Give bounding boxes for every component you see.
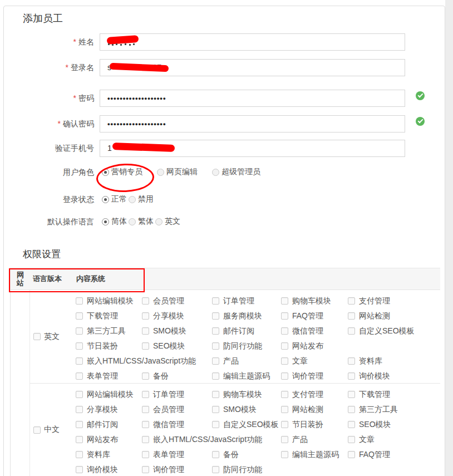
- default-language-option-2[interactable]: 英文: [155, 217, 180, 227]
- permission-checkbox[interactable]: 网站检测: [348, 311, 440, 321]
- permission-checkbox[interactable]: 询价管理: [142, 465, 212, 475]
- permission-label: 嵌入HTML/CSS/JavaScript功能: [153, 435, 262, 445]
- login-status-option-0[interactable]: 正常: [102, 194, 127, 204]
- default-language-option-1[interactable]: 繁体: [129, 217, 154, 227]
- permission-checkbox[interactable]: 产品: [281, 435, 348, 445]
- permission-checkbox[interactable]: 编辑主题源码: [212, 371, 281, 381]
- permission-label: 购物车模块: [292, 296, 331, 306]
- module-grid-line: 节日装扮SEO模块防同行功能网站发布: [76, 338, 440, 354]
- permission-checkbox[interactable]: 产品: [212, 356, 281, 366]
- checkbox-icon: [212, 357, 219, 365]
- login-status-option-1[interactable]: 禁用: [129, 194, 154, 204]
- permission-checkbox[interactable]: 下载管理: [76, 311, 142, 321]
- permission-checkbox[interactable]: 防同行功能: [212, 465, 281, 475]
- permission-checkbox[interactable]: 节日装扮: [281, 420, 348, 430]
- permission-checkbox[interactable]: 编辑主题源码: [281, 450, 348, 460]
- permission-checkbox[interactable]: 备份: [142, 371, 212, 381]
- permission-checkbox[interactable]: 嵌入HTML/CSS/JavaScript功能: [142, 435, 281, 445]
- permission-checkbox[interactable]: 询价模块: [348, 371, 440, 381]
- permission-checkbox[interactable]: 网站检测: [281, 405, 348, 415]
- permission-checkbox[interactable]: 微信管理: [281, 326, 348, 336]
- permission-checkbox[interactable]: 节日装扮: [76, 341, 142, 351]
- permission-checkbox[interactable]: 购物车模块: [281, 296, 348, 306]
- permission-checkbox[interactable]: 邮件订阅: [76, 420, 142, 430]
- checkbox-icon: [281, 436, 288, 443]
- user-role-option-0[interactable]: 营销专员: [102, 167, 142, 177]
- permission-checkbox[interactable]: 服务商模块: [212, 311, 281, 321]
- permission-checkbox[interactable]: 第三方工具: [348, 405, 440, 415]
- permission-checkbox[interactable]: SMO模块: [212, 405, 281, 415]
- phone-input[interactable]: 1: [100, 140, 405, 157]
- checkbox-icon: [281, 297, 288, 305]
- permission-checkbox[interactable]: 备份: [212, 450, 281, 460]
- password-input[interactable]: •••••••••••••••••••: [100, 90, 405, 107]
- permission-checkbox[interactable]: 下载管理: [348, 390, 440, 400]
- permission-rows: 英文网站编辑模块会员管理订单管理购物车模块支付管理下载管理分享模块服务商模块FA…: [30, 290, 440, 476]
- permission-label: 节日装扮: [87, 341, 118, 351]
- user-role-option-2[interactable]: 超级管理员: [212, 167, 260, 177]
- column-header-language: 语言版本: [30, 274, 76, 284]
- permission-label: 备份: [153, 371, 169, 381]
- permission-checkbox[interactable]: 订单管理: [212, 296, 281, 306]
- permission-checkbox[interactable]: 分享模块: [142, 311, 212, 321]
- permission-checkbox[interactable]: SEO模块: [142, 341, 212, 351]
- permission-checkbox[interactable]: 资料库: [348, 356, 440, 366]
- checkbox-icon: [33, 333, 41, 340]
- permission-row-中文: 中文网站编辑模块订单管理购物车模块支付管理下载管理分享模块会员管理SMO模块网站…: [30, 384, 440, 476]
- permissions-table: 网站语言版本内容系统英文网站编辑模块会员管理订单管理购物车模块支付管理下载管理分…: [10, 268, 440, 476]
- permission-checkbox[interactable]: 微信管理: [142, 420, 212, 430]
- permission-checkbox[interactable]: 第三方工具: [76, 326, 142, 336]
- permission-label: 产品: [223, 356, 239, 366]
- permission-checkbox[interactable]: 网站编辑模块: [76, 390, 142, 400]
- permission-checkbox[interactable]: 资料库: [76, 450, 142, 460]
- input-value: •••••••••••••••••••: [107, 94, 166, 102]
- field-label-confirm-password: *确认密码: [4, 115, 94, 133]
- permission-label: 邮件订阅: [223, 326, 254, 336]
- checkbox-icon: [142, 421, 149, 428]
- permission-checkbox[interactable]: 订单管理: [142, 390, 212, 400]
- permission-checkbox[interactable]: 文章: [281, 356, 348, 366]
- permission-checkbox[interactable]: 网站编辑模块: [76, 296, 142, 306]
- user-role-option-1[interactable]: 网页编辑: [157, 167, 198, 177]
- permission-checkbox[interactable]: FAQ管理: [348, 450, 440, 460]
- field-row-login-name: *登录名s2017: [4, 59, 438, 76]
- permission-checkbox[interactable]: 嵌入HTML/CSS/JavaScript功能: [76, 356, 212, 366]
- language-checkbox-中文[interactable]: 中文: [33, 425, 60, 435]
- checkbox-icon: [212, 421, 219, 428]
- permission-checkbox[interactable]: 自定义SEO模板: [212, 420, 281, 430]
- permission-checkbox[interactable]: 文章: [348, 435, 440, 445]
- default-language-option-0[interactable]: 简体: [102, 217, 127, 227]
- required-asterisk: *: [73, 37, 76, 46]
- permission-checkbox[interactable]: 网站发布: [76, 435, 142, 445]
- permission-checkbox[interactable]: 支付管理: [348, 296, 440, 306]
- permission-checkbox[interactable]: SEO模块: [348, 420, 440, 430]
- permission-checkbox[interactable]: SMO模块: [142, 326, 212, 336]
- permission-checkbox[interactable]: FAQ管理: [281, 311, 348, 321]
- permission-checkbox[interactable]: 防同行功能: [212, 341, 281, 351]
- permission-checkbox[interactable]: 会员管理: [142, 405, 212, 415]
- language-checkbox-英文[interactable]: 英文: [33, 332, 60, 342]
- permission-checkbox[interactable]: 分享模块: [76, 405, 142, 415]
- permission-checkbox[interactable]: 支付管理: [281, 390, 348, 400]
- radio-icon: [129, 196, 136, 203]
- permission-checkbox[interactable]: 自定义SEO模板: [348, 326, 440, 336]
- permission-checkbox[interactable]: 网站发布: [281, 341, 348, 351]
- name-input[interactable]: [100, 33, 405, 51]
- permission-checkbox[interactable]: 表单管理: [142, 450, 212, 460]
- permission-checkbox[interactable]: 会员管理: [142, 296, 212, 306]
- checkbox-icon: [212, 391, 219, 398]
- permission-checkbox[interactable]: 询价管理: [281, 371, 348, 381]
- checkbox-icon: [142, 406, 149, 413]
- default-language-options: 简体繁体英文: [102, 215, 180, 228]
- checkbox-icon: [142, 312, 149, 320]
- module-grid-line: 邮件订阅微信管理自定义SEO模板节日装扮SEO模块: [76, 417, 440, 432]
- permission-checkbox[interactable]: 表单管理: [76, 371, 142, 381]
- radio-option-label: 英文: [165, 217, 180, 227]
- confirm-password-input[interactable]: •••••••••••••••••••: [100, 115, 405, 133]
- permission-checkbox[interactable]: 邮件订阅: [212, 326, 281, 336]
- permission-checkbox[interactable]: 询价模块: [76, 465, 142, 475]
- module-grid-line: 资料库表单管理备份编辑主题源码FAQ管理: [76, 447, 440, 462]
- permission-checkbox[interactable]: 购物车模块: [212, 390, 281, 400]
- login-name-input[interactable]: s2017: [100, 59, 405, 76]
- permission-label: 微信管理: [292, 326, 323, 336]
